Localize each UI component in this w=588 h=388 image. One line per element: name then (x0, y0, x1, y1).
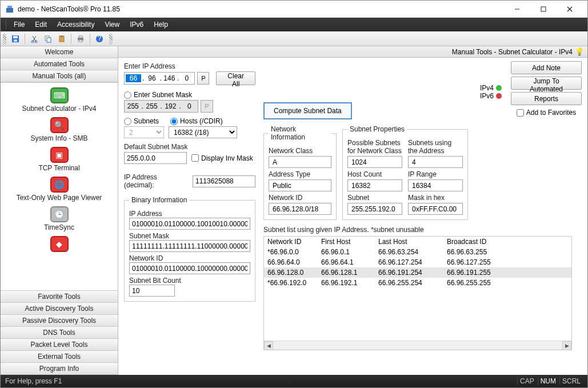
sidebar-passive-discovery[interactable]: Passive Discovery Tools (1, 314, 118, 327)
ip-decimal-label: IP Address (decimal): (124, 173, 188, 189)
binary-info-group: Binary Information IP Address Subnet Mas… (124, 196, 255, 302)
status-num: NUM (538, 377, 558, 385)
page-title: Manual Tools - Subnet Calculator - IPv4 (452, 48, 573, 56)
toolbar-grip-2 (109, 33, 113, 45)
subnets-using-field: 4 (408, 156, 463, 168)
paste-icon[interactable] (55, 33, 68, 45)
sidebar-favorite[interactable]: Favorite Tools (1, 290, 118, 303)
favorites-checkbox[interactable]: Add to Favorites (511, 109, 582, 117)
reports-button[interactable]: Reports (511, 92, 582, 105)
scroll-right-icon[interactable]: ▶ (562, 341, 571, 350)
subnet-list[interactable]: Network ID First Host Last Host Broadcas… (263, 236, 572, 350)
display-inv-checkbox[interactable]: Display Inv Mask (191, 154, 253, 162)
statusbar: For Help, press F1 CAP NUM SCRL (1, 375, 587, 387)
sidebar-dns-tools[interactable]: DNS Tools (1, 326, 118, 339)
binary-ip-field (129, 218, 250, 230)
subnet-field: 255.255.192.0 (347, 203, 402, 215)
menu-accessibility[interactable]: Accessibility (53, 19, 99, 30)
toolbar: ? (1, 31, 587, 46)
sidebar-tool-tcp-terminal[interactable]: ▣ TCP Terminal (1, 145, 118, 174)
svg-rect-7 (13, 36, 18, 38)
sidebar-tool-timesync[interactable]: 🕒 TimeSync (1, 204, 118, 234)
table-row[interactable]: *66.96.0.066.96.0.166.96.63.25466.96.63.… (264, 247, 571, 257)
enter-mask-radio[interactable]: Enter Subnet Mask (124, 91, 255, 99)
sidebar-tool-subnet-calc[interactable]: ⌨ Subnet Calculator - IPv4 (1, 85, 118, 115)
sidebar-external-tools[interactable]: External Tools (1, 350, 118, 363)
enter-ip-label: Enter IP Address (124, 62, 255, 70)
mask-hex-field: 0xFF.FF.C0.00 (408, 203, 463, 215)
system-icon: 🔍 (50, 117, 69, 133)
clock-icon: 🕒 (50, 206, 69, 222)
mask-input: 255. 255. 192. 0 (124, 100, 198, 113)
menu-file[interactable]: File (9, 19, 29, 30)
toolbar-grip (3, 33, 6, 45)
ip-range-field: 16384 (408, 179, 463, 191)
sidebar-tool-more[interactable]: ◆ (1, 234, 118, 255)
sidebar-program-info[interactable]: Program Info (1, 362, 118, 375)
hosts-radio[interactable]: Hosts (/CDIR) (170, 117, 223, 125)
svg-text:?: ? (98, 35, 102, 42)
ipv6-off-icon (496, 93, 502, 99)
minimize-button[interactable] (504, 1, 530, 18)
tool-icon: ◆ (50, 236, 69, 252)
sidebar-automated[interactable]: Automated Tools (1, 58, 118, 70)
cut-icon[interactable] (28, 33, 41, 45)
subnets-radio[interactable]: Subnets (124, 117, 159, 125)
menu-help[interactable]: Help (149, 19, 173, 30)
subnet-props-group: Subnet Properties Possible Subnets for N… (342, 125, 468, 220)
maximize-button[interactable] (530, 1, 557, 18)
bulb-icon[interactable]: 💡 (575, 47, 584, 56)
save-icon[interactable] (9, 33, 22, 45)
network-info-group: Network Information Network Class A Addr… (263, 125, 337, 220)
svg-rect-8 (14, 39, 17, 42)
network-id-field: 66.96.128.0/18 (269, 203, 331, 215)
sidebar: Welcome Automated Tools Manual Tools (al… (1, 46, 118, 375)
default-mask-label: Default Subnet Mask (124, 143, 255, 151)
svg-rect-3 (541, 7, 546, 11)
table-row[interactable]: *66.96.192.066.96.192.166.96.255.25466.9… (264, 278, 571, 288)
hosts-select[interactable]: 16382 (/18) (169, 126, 237, 138)
sidebar-welcome[interactable]: Welcome (1, 46, 118, 58)
terminal-icon: ▣ (50, 147, 69, 163)
app-icon (5, 5, 14, 14)
possible-subnets-field: 1024 (347, 156, 402, 168)
sidebar-active-discovery[interactable]: Active Discovery Tools (1, 302, 118, 315)
compute-button[interactable]: Compute Subnet Data (263, 102, 352, 119)
clear-all-button[interactable]: Clear All (216, 71, 255, 85)
table-row[interactable]: 66.96.128.066.96.128.166.96.191.25466.96… (264, 267, 571, 278)
sidebar-manual[interactable]: Manual Tools (all) (1, 70, 118, 82)
svg-rect-16 (61, 35, 63, 37)
sidebar-packet-tools[interactable]: Packet Level Tools (1, 338, 118, 351)
jump-button[interactable]: Jump To Automated (511, 77, 582, 90)
binary-mask-field (129, 240, 250, 252)
print-icon[interactable] (74, 33, 87, 45)
sidebar-tool-system-info[interactable]: 🔍 System Info - SMB (1, 115, 118, 145)
scroll-left-icon[interactable]: ◀ (264, 341, 273, 350)
menu-edit[interactable]: Edit (30, 19, 51, 30)
svg-rect-14 (47, 38, 51, 42)
help-icon[interactable]: ? (93, 33, 106, 45)
status-cap: CAP (517, 377, 537, 385)
table-row[interactable]: 66.96.64.066.96.64.166.96.127.25466.96.1… (264, 257, 571, 267)
hscrollbar[interactable]: ◀ ▶ (264, 341, 571, 350)
ip-input[interactable]: 66. 96. 146. 0 (124, 72, 195, 85)
ip-paste-button[interactable]: P (197, 72, 209, 85)
svg-rect-18 (79, 36, 82, 38)
host-count-field: 16382 (347, 179, 402, 191)
default-mask-field (124, 152, 187, 164)
titlebar: demo - NetScanTools® Pro 11.85 (1, 1, 587, 18)
close-button[interactable] (557, 1, 583, 18)
svg-rect-19 (79, 40, 82, 42)
add-note-button[interactable]: Add Note (511, 61, 582, 74)
main-header: Manual Tools - Subnet Calculator - IPv4 … (118, 46, 587, 58)
window-title: demo - NetScanTools® Pro 11.85 (18, 5, 504, 13)
ip-version-status: IPv4 IPv6 (480, 84, 502, 100)
address-type-field: Public (269, 179, 331, 191)
subnets-select: 2 (124, 126, 164, 138)
copy-icon[interactable] (42, 33, 54, 45)
calculator-icon: ⌨ (50, 87, 69, 103)
menu-view[interactable]: View (100, 19, 124, 30)
sidebar-tool-text-web[interactable]: 🌐 Text-Only Web Page Viewer (1, 174, 118, 204)
menu-ipv6[interactable]: IPv6 (125, 19, 148, 30)
ip-decimal-field (193, 175, 255, 187)
